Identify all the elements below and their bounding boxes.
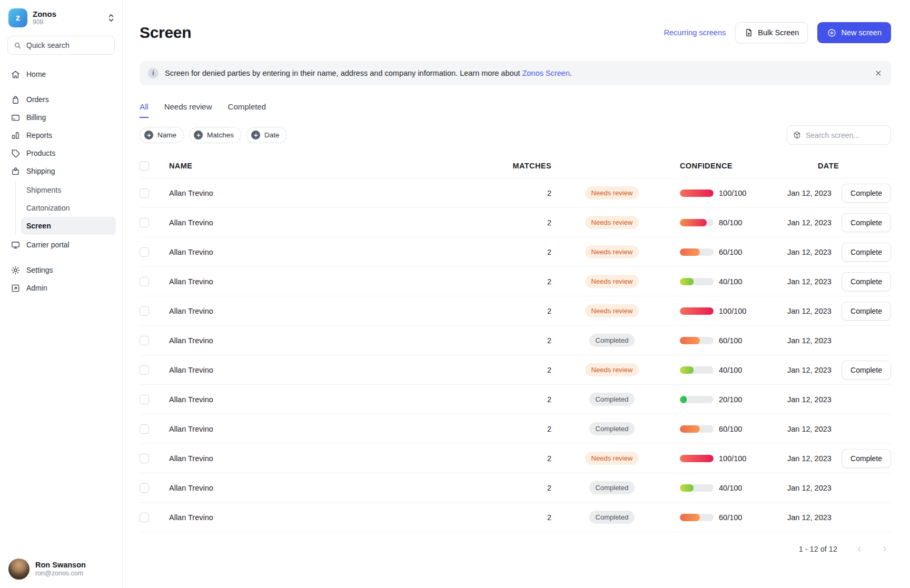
complete-button[interactable]: Complete <box>842 302 891 321</box>
column-header-name: NAME <box>161 162 493 170</box>
confidence-score: 60/100 <box>719 248 742 256</box>
complete-button[interactable]: Complete <box>842 243 891 262</box>
sidebar-item-products[interactable]: Products <box>6 144 116 162</box>
monitor-icon <box>11 240 21 250</box>
table-row: Allan Trevino2Needs review40/100Jan 12, … <box>140 267 891 296</box>
sidebar-item-label: Home <box>26 70 46 78</box>
row-matches: 2 <box>493 395 551 404</box>
user-email: ron@zonos.com <box>35 570 86 577</box>
row-checkbox[interactable] <box>140 365 149 375</box>
sidebar-item-shipments[interactable]: Shipments <box>21 181 116 199</box>
confidence-bar <box>680 514 714 521</box>
complete-button[interactable]: Complete <box>842 213 891 232</box>
confidence-score: 80/100 <box>719 218 742 227</box>
sidebar-item-orders[interactable]: Orders <box>6 91 116 108</box>
sidebar-item-settings[interactable]: Settings <box>6 261 116 279</box>
sidebar-item-label: Shipping <box>26 167 55 175</box>
screen-search-input[interactable] <box>806 131 885 139</box>
tag-icon <box>11 148 21 158</box>
org-id: 909 <box>33 19 56 26</box>
sidebar-item-cartonization[interactable]: Cartonization <box>21 199 116 217</box>
filter-chip-label: Date <box>264 131 280 139</box>
sidebar-item-carrier-portal[interactable]: Carrier portal <box>6 236 116 254</box>
sidebar-item-screen[interactable]: Screen <box>21 217 116 235</box>
row-name: Allan Trevino <box>161 513 493 522</box>
row-matches: 2 <box>493 277 551 286</box>
row-date: Jan 12, 2023 <box>773 189 841 197</box>
home-icon <box>11 69 21 79</box>
complete-button[interactable]: Complete <box>842 272 891 291</box>
row-checkbox[interactable] <box>140 454 149 463</box>
bulk-screen-label: Bulk Screen <box>758 28 799 37</box>
confidence-bar <box>680 307 714 315</box>
confidence-score: 100/100 <box>719 307 746 315</box>
row-checkbox[interactable] <box>140 424 149 434</box>
quick-search[interactable] <box>7 36 115 55</box>
info-banner: i Screen for denied parties by entering … <box>140 61 891 85</box>
plus-icon <box>144 131 153 139</box>
row-date: Jan 12, 2023 <box>773 425 841 433</box>
recurring-screens-link[interactable]: Recurring screens <box>664 28 726 37</box>
sidebar-item-billing[interactable]: Billing <box>6 108 116 126</box>
row-checkbox[interactable] <box>140 395 149 404</box>
filters-row: Name Matches Date <box>140 125 891 145</box>
new-screen-label: New screen <box>841 28 882 37</box>
row-date: Jan 12, 2023 <box>773 277 841 286</box>
confidence-bar <box>680 484 714 492</box>
row-matches: 2 <box>493 336 551 345</box>
status-badge: Needs review <box>585 363 639 376</box>
chevron-updown-icon <box>107 14 115 22</box>
complete-button[interactable]: Complete <box>842 361 891 380</box>
screen-search[interactable] <box>787 125 891 145</box>
filter-chip-matches[interactable]: Matches <box>189 127 241 143</box>
confidence-bar <box>680 366 714 374</box>
filter-chip-date[interactable]: Date <box>246 127 287 143</box>
confidence-score: 60/100 <box>719 425 742 433</box>
row-checkbox[interactable] <box>140 218 149 227</box>
filter-chip-name[interactable]: Name <box>140 127 184 143</box>
tab-all[interactable]: All <box>140 102 149 118</box>
row-checkbox[interactable] <box>140 188 149 198</box>
row-checkbox[interactable] <box>140 277 149 286</box>
close-icon[interactable] <box>874 69 883 77</box>
complete-button[interactable]: Complete <box>842 184 891 203</box>
row-checkbox[interactable] <box>140 247 149 257</box>
zonos-screen-link[interactable]: Zonos Screen <box>522 69 570 77</box>
row-matches: 2 <box>493 218 551 227</box>
user-menu[interactable]: Ron Swanson ron@zonos.com <box>0 550 122 588</box>
sidebar-item-home[interactable]: Home <box>6 65 116 83</box>
table-row: Allan Trevino2Completed60/100Jan 12, 202… <box>140 326 891 355</box>
row-checkbox[interactable] <box>140 483 149 493</box>
sidebar-item-shipping[interactable]: Shipping <box>6 162 116 180</box>
row-name: Allan Trevino <box>161 248 493 256</box>
confidence-score: 40/100 <box>719 484 742 492</box>
sidebar-item-label: Carrier portal <box>26 241 70 249</box>
tab-completed[interactable]: Completed <box>228 102 266 118</box>
confidence-bar <box>680 219 714 226</box>
row-checkbox[interactable] <box>140 513 149 522</box>
complete-button[interactable]: Complete <box>842 449 891 468</box>
confidence-bar <box>680 190 714 197</box>
confidence-bar <box>680 396 714 403</box>
sidebar-item-admin[interactable]: Admin <box>6 279 116 297</box>
bulk-screen-button[interactable]: Bulk Screen <box>735 22 808 43</box>
chevron-right-icon[interactable] <box>878 543 891 555</box>
row-date: Jan 12, 2023 <box>773 366 841 374</box>
org-switcher[interactable]: z Zonos 909 <box>0 0 122 32</box>
select-all-checkbox[interactable] <box>140 161 149 171</box>
confidence-score: 60/100 <box>719 513 742 522</box>
row-name: Allan Trevino <box>161 395 493 404</box>
row-checkbox[interactable] <box>140 336 149 345</box>
confidence-score: 40/100 <box>719 277 742 286</box>
tab-needs-review[interactable]: Needs review <box>164 102 212 118</box>
sidebar-item-reports[interactable]: Reports <box>6 126 116 144</box>
row-date: Jan 12, 2023 <box>773 307 841 315</box>
confidence-score: 100/100 <box>719 189 746 197</box>
row-name: Allan Trevino <box>161 277 493 286</box>
row-checkbox[interactable] <box>140 306 149 316</box>
quick-search-input[interactable] <box>26 41 109 49</box>
status-badge: Needs review <box>585 275 639 288</box>
new-screen-button[interactable]: New screen <box>817 22 891 43</box>
pagination-label: 1 - 12 of 12 <box>799 545 837 553</box>
chevron-left-icon[interactable] <box>853 543 866 555</box>
